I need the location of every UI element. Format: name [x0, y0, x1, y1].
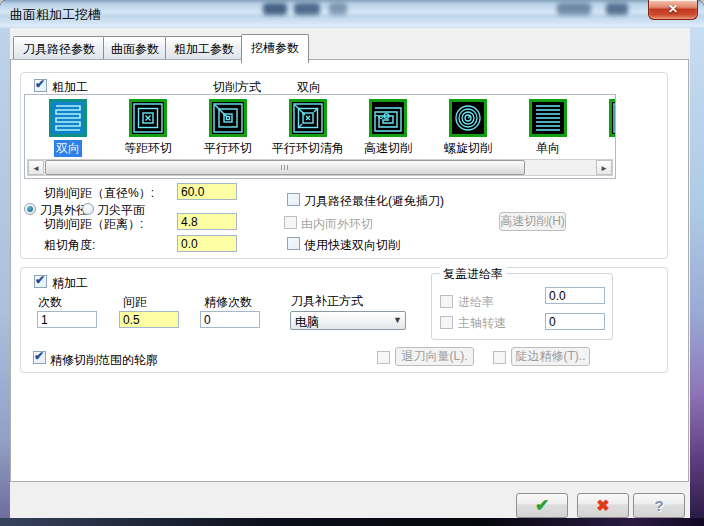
- glass-artifact: [557, 3, 591, 15]
- inside-out-label: 由内而外环切: [301, 216, 373, 233]
- window-border-bottom: [0, 518, 704, 526]
- cut-method-item-high-speed[interactable]: 高速切削: [348, 99, 428, 157]
- scroll-left-icon: ◄: [32, 164, 40, 173]
- finish-outer-contour-checkbox[interactable]: ✔: [33, 351, 46, 364]
- scroll-right-icon: ►: [600, 164, 608, 173]
- cut-method-item-true-spiral[interactable]: 螺旋切削: [428, 99, 508, 157]
- finish-checkbox[interactable]: ✔: [34, 275, 47, 288]
- retract-vector-button[interactable]: 退刀向量(L).: [395, 347, 474, 366]
- tab-surface-params[interactable]: 曲面参数: [103, 36, 167, 61]
- quick-zigzag-checkbox[interactable]: [287, 237, 300, 250]
- glass-artifact: [329, 3, 347, 15]
- glass-artifact: [294, 3, 320, 15]
- spindle-input[interactable]: [545, 313, 605, 330]
- feedrate-input[interactable]: [545, 287, 605, 304]
- override-feedrate-group: 复盖进给率 进给率 主轴转速: [431, 273, 613, 340]
- stepover-dist-label: 切削间距（距离）:: [44, 216, 143, 233]
- spacing-input[interactable]: [119, 311, 179, 328]
- parallel-spiral-corners-icon: [289, 99, 327, 137]
- true-spiral-icon: [449, 99, 487, 137]
- tool-od-radio[interactable]: [24, 203, 36, 215]
- dialog-client-area: 刀具路径参数 曲面参数 粗加工参数 挖槽参数 ✔ 粗加工 切削方式 双向: [10, 28, 690, 518]
- ok-button[interactable]: ✔: [516, 493, 568, 518]
- optimize-toolpath-checkbox[interactable]: [287, 193, 300, 206]
- retract-vector-checkbox[interactable]: [377, 351, 390, 364]
- passes-input[interactable]: [37, 311, 97, 328]
- tab-toolpath-params[interactable]: 刀具路径参数: [13, 36, 105, 61]
- check-icon: ✔: [35, 273, 45, 287]
- cut-method-item-one-way[interactable]: 单向: [508, 99, 588, 157]
- optimize-toolpath-label: 刀具路径最佳化(避免插刀): [304, 193, 444, 210]
- high-speed-button[interactable]: 高速切削(H): [499, 212, 566, 231]
- cut-method-item-constant-spiral[interactable]: 等距环切: [108, 99, 188, 157]
- window-border-left: [0, 28, 10, 518]
- rough-group: ✔ 粗加工 切削方式 双向 双向: [20, 72, 668, 259]
- finish-group: ✔ 精加工 次数 间距 精修次数 刀具补正方式 电脑 ▼ 复盖进给率: [20, 267, 668, 373]
- glass-artifact: [263, 3, 287, 15]
- cut-method-icons-row: 双向 等距环切: [28, 99, 616, 157]
- rough-checkbox[interactable]: ✔: [34, 79, 47, 92]
- check-icon: ✔: [35, 77, 45, 91]
- cut-method-item-label: 平行环切: [204, 140, 252, 157]
- dialog-window: 曲面粗加工挖槽 ✕ 刀具路径参数 曲面参数 粗加工参数 挖槽参数 ✔ 粗加工 切…: [0, 0, 704, 526]
- glass-artifact: [606, 3, 628, 15]
- cut-method-item-parallel-spiral-corners[interactable]: 平行环切清角: [268, 99, 348, 157]
- cut-method-item-parallel-spiral[interactable]: 平行环切: [188, 99, 268, 157]
- chevron-down-icon: ▼: [393, 315, 402, 325]
- spindle-checkbox[interactable]: [440, 316, 453, 329]
- cut-method-item-label: 螺旋切削: [444, 140, 492, 157]
- finish-passes-label: 精修次数: [204, 294, 252, 311]
- spindle-label: 主轴转速: [458, 315, 506, 332]
- scroll-left-button[interactable]: ◄: [28, 160, 44, 175]
- cut-method-item-zigzag[interactable]: 双向: [28, 99, 108, 157]
- inside-out-checkbox[interactable]: [284, 216, 297, 229]
- ok-check-icon: ✔: [535, 496, 549, 515]
- stepover-pct-input[interactable]: [177, 183, 237, 200]
- finish-checkbox-label: 精加工: [52, 275, 88, 292]
- rough-angle-input[interactable]: [177, 235, 237, 252]
- scrollbar-thumb[interactable]: [45, 160, 525, 175]
- tab-pocket-params[interactable]: 挖槽参数: [241, 34, 309, 63]
- scroll-right-button[interactable]: ►: [596, 160, 612, 175]
- icon-strip-scrollbar[interactable]: ◄ ►: [27, 159, 613, 176]
- follow-outline-icon: [609, 99, 616, 137]
- passes-label: 次数: [38, 294, 62, 311]
- finish-outer-contour-label: 精修切削范围的轮廓: [50, 352, 158, 369]
- override-feedrate-title: 复盖进给率: [440, 266, 506, 283]
- comp-method-value: 电脑: [295, 314, 319, 331]
- stepover-dist-input[interactable]: [177, 213, 237, 230]
- cut-method-item-label: 双向: [54, 140, 82, 157]
- help-button[interactable]: ?: [633, 493, 685, 518]
- cut-method-icon-list: 双向 等距环切: [24, 94, 616, 179]
- steep-finish-button[interactable]: 陡边精修(T)..: [511, 347, 590, 366]
- cut-method-item-label: 等距环切: [124, 140, 172, 157]
- window-title: 曲面粗加工挖槽: [10, 6, 101, 24]
- stepover-pct-label: 切削间距（直径%）:: [44, 185, 154, 202]
- scrollbar-track[interactable]: [44, 160, 596, 175]
- high-speed-icon: [369, 99, 407, 137]
- cut-method-item-label: 平行环切清角: [272, 140, 344, 157]
- cancel-button[interactable]: ✖: [577, 493, 629, 518]
- close-button[interactable]: ✕: [648, 0, 698, 20]
- cut-method-item-follow-outline[interactable]: 依外: [588, 99, 616, 157]
- spacing-label: 间距: [123, 294, 147, 311]
- one-way-icon: [529, 99, 567, 137]
- finish-passes-input[interactable]: [200, 311, 260, 328]
- comp-method-label: 刀具补正方式: [291, 293, 363, 310]
- feedrate-checkbox[interactable]: [440, 295, 453, 308]
- cancel-x-icon: ✖: [596, 497, 609, 514]
- feedrate-label: 进给率: [458, 294, 494, 311]
- zigzag-icon: [49, 99, 87, 137]
- close-icon: ✕: [668, 2, 678, 16]
- rough-angle-label: 粗切角度:: [44, 237, 95, 254]
- quick-zigzag-label: 使用快速双向切削: [304, 237, 400, 254]
- check-icon: ✔: [34, 349, 44, 363]
- tab-rough-params[interactable]: 粗加工参数: [165, 36, 243, 61]
- tool-tip-radio[interactable]: [82, 203, 94, 215]
- comp-method-dropdown[interactable]: 电脑 ▼: [290, 311, 406, 330]
- pocket-params-page: ✔ 粗加工 切削方式 双向 双向: [10, 59, 689, 482]
- cut-method-item-label: 高速切削: [364, 140, 412, 157]
- title-bar[interactable]: 曲面粗加工挖槽 ✕: [0, 0, 704, 29]
- help-question-icon: ?: [654, 497, 663, 514]
- steep-finish-checkbox[interactable]: [493, 351, 506, 364]
